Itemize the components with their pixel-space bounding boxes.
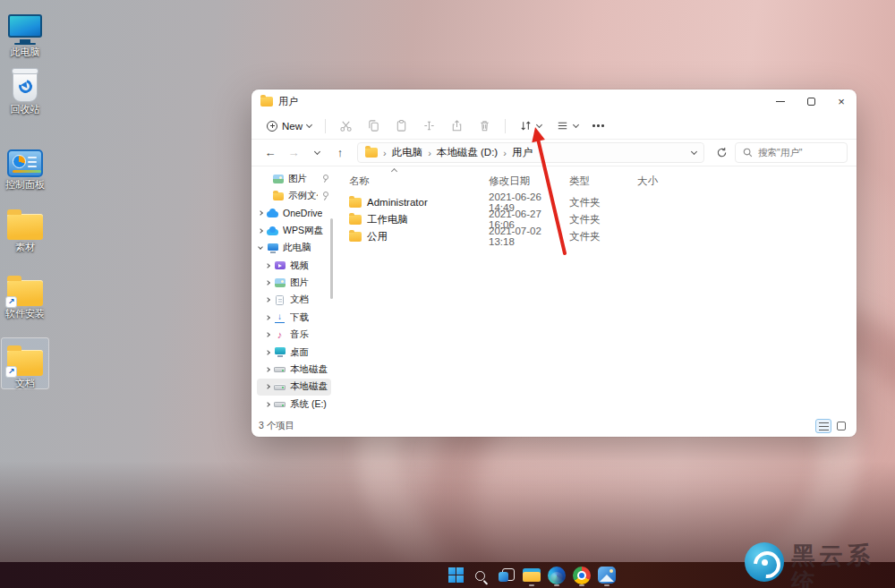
control-panel-icon [7,149,43,177]
desktop-icon-control-panel[interactable]: 控制面板 [2,140,48,190]
delete-button[interactable] [472,115,498,137]
details-view-button[interactable] [815,419,831,433]
desktop-icon-label: 文档 [2,378,48,388]
breadcrumb-this-pc[interactable]: 此电脑 [392,146,423,159]
history-dropdown-button[interactable] [307,143,327,163]
rename-button[interactable] [416,115,442,137]
view-icon [556,119,569,132]
address-dropdown-icon[interactable] [691,148,697,154]
chevron-right-icon [265,315,270,320]
sidebar-item-onedrive[interactable]: OneDrive [257,205,331,222]
recycle-bin-icon [13,70,38,102]
pictures-icon [271,173,285,185]
cut-button[interactable] [333,115,359,137]
sidebar-item-sample-folder-pinned[interactable]: 示例文件夹 [257,187,331,204]
sidebar-item-drive-d-selected[interactable]: 本地磁盘 (D:) [257,379,331,396]
maximize-button[interactable] [796,89,826,113]
pin-icon [321,192,329,200]
downloads-icon: ↓ [273,311,286,324]
large-icons-view-button[interactable] [833,419,849,433]
desktop-icon-this-pc[interactable]: 此电脑 [2,7,48,57]
folder-icon [349,198,362,208]
paste-button[interactable] [388,115,414,137]
copy-button[interactable] [361,115,387,137]
minimize-button[interactable] [765,89,796,113]
start-button[interactable] [445,564,467,586]
address-bar[interactable]: › 此电脑 › 本地磁盘 (D:) › 用户 [357,142,704,163]
desktop-icon-recycle-bin[interactable]: 回收站 [2,64,48,115]
up-icon: ↑ [337,146,344,159]
wallpaper-shadow [0,428,895,562]
title-bar[interactable]: 用户 × [251,89,857,113]
chrome-icon [573,567,591,584]
sidebar-item-documents[interactable]: 文档 [257,292,331,309]
running-indicator [529,584,534,586]
refresh-button[interactable] [712,143,731,163]
up-button[interactable]: ↑ [330,143,350,163]
see-more-button[interactable] [586,115,610,137]
desktop-icon-folder[interactable]: 素材 [2,202,48,252]
file-row-administrator[interactable]: Administrator 2021-06-26 14:49 文件夹 [349,192,857,209]
shortcut-arrow-icon: ↗ [5,366,17,378]
breadcrumb-drive-d[interactable]: 本地磁盘 (D:) [437,146,498,159]
breadcrumb-users[interactable]: 用户 [512,146,533,159]
chevron-right-icon [265,367,270,372]
desktop-icon-folder-shortcut[interactable]: ↗ 软件安装 [2,268,48,319]
column-name[interactable]: 名称 [349,175,489,188]
plus-circle-icon [267,121,277,132]
task-view-button[interactable] [495,564,517,586]
desktop-icon-folder-shortcut-selected[interactable]: ↗ 文档 [2,338,48,388]
taskbar-edge-browser[interactable] [545,564,567,586]
forward-button[interactable]: → [284,143,303,163]
close-button[interactable]: × [826,89,857,113]
sidebar-item-pictures[interactable]: 图片 [257,274,331,291]
file-row-work-pc[interactable]: 工作电脑 2021-06-27 16:06 文件夹 [349,209,857,226]
running-indicator [604,584,609,586]
cloud-icon [266,207,279,219]
new-button[interactable]: New [260,115,318,137]
explorer-content: 图片 示例文件夹 OneDrive WPS网盘 此电脑 视频 图片 文档 ↓下载… [251,166,857,417]
column-size[interactable]: 大小 [637,175,684,188]
taskbar-file-explorer[interactable] [520,564,542,586]
sidebar-item-desktop[interactable]: 桌面 [257,344,331,361]
chevron-right-icon [265,350,270,355]
folder-icon: ↗ [7,350,43,376]
view-button[interactable] [550,115,584,137]
close-icon: × [838,96,845,107]
file-row-public[interactable]: 公用 2021-07-02 13:18 文件夹 [349,226,857,243]
delete-icon [478,119,491,132]
taskbar-photos-app[interactable] [595,564,618,586]
taskbar-search-button[interactable] [470,564,492,586]
back-button[interactable]: ← [260,143,280,163]
sidebar-item-videos[interactable]: 视频 [257,257,331,274]
folder-icon [349,215,362,225]
column-date[interactable]: 修改日期 [489,175,569,188]
sidebar-item-drive-e[interactable]: 系统 (E:) [257,396,331,413]
desktop-icon-label: 回收站 [2,104,48,115]
pin-icon [321,175,329,183]
sidebar-item-pictures-pinned[interactable]: 图片 [257,170,331,187]
breadcrumb-folder-icon [365,148,378,158]
computer-icon [266,242,279,254]
sidebar-item-this-pc[interactable]: 此电脑 [257,240,331,257]
sort-button[interactable] [513,115,548,137]
chevron-right-icon [265,385,270,390]
chevron-down-icon [313,148,320,154]
sidebar-item-wps-cloud[interactable]: WPS网盘 [257,222,331,239]
drive-icon [273,363,286,376]
taskbar-chrome-browser[interactable] [570,564,592,586]
desktop-icon-label: 素材 [2,242,48,252]
search-input[interactable]: 搜索"用户" [735,142,848,163]
sidebar-item-downloads[interactable]: ↓下载 [257,309,331,326]
sidebar-item-music[interactable]: ♪音乐 [257,327,331,344]
desktop-icon-label: 此电脑 [2,47,48,57]
share-button[interactable] [444,115,470,137]
cloud-icon [266,225,279,237]
refresh-icon [716,147,728,158]
search-placeholder: 搜索"用户" [758,147,802,159]
chevron-right-icon [265,402,270,407]
sidebar-item-drive-c[interactable]: 本地磁盘 (C:) [257,361,331,378]
column-type[interactable]: 类型 [569,175,637,188]
folder-icon: ↗ [7,280,43,306]
drive-icon [273,380,286,393]
